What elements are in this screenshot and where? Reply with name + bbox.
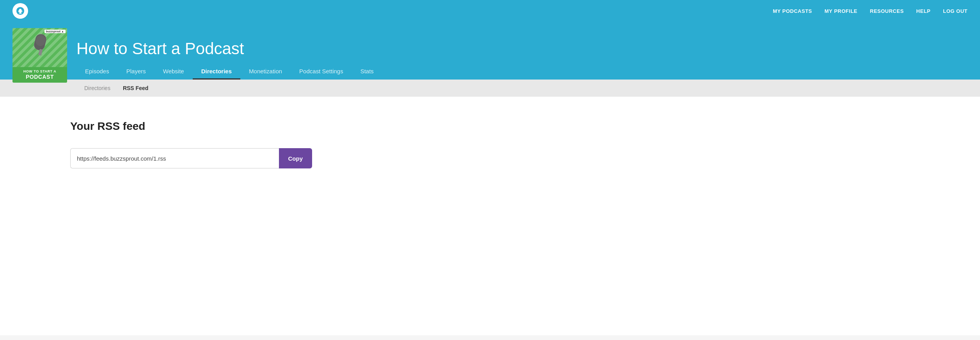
artwork-label: HOW TO START A PODCAST — [12, 67, 67, 83]
section-title: Your RSS feed — [70, 120, 910, 133]
tab-podcast-settings[interactable]: Podcast Settings — [291, 64, 352, 80]
tabs-row: Episodes Players Website Directories Mon… — [76, 64, 968, 80]
sub-nav: Directories RSS Feed — [0, 80, 980, 97]
tab-directories[interactable]: Directories — [193, 64, 240, 80]
mic-icon — [26, 32, 53, 65]
logo-icon[interactable] — [12, 3, 28, 19]
main-content: Your RSS feed Copy — [0, 97, 980, 335]
podcast-artwork: HOW TO START A PODCAST buzzsprout ▲ — [12, 28, 67, 83]
buzzsprout-badge: buzzsprout ▲ — [44, 30, 66, 33]
podcast-title: How to Start a Podcast — [76, 40, 968, 58]
svg-point-1 — [19, 9, 21, 12]
nav-my-podcasts[interactable]: MY PODCASTS — [773, 8, 812, 14]
tab-episodes[interactable]: Episodes — [76, 64, 118, 80]
rss-feed-row: Copy — [70, 148, 312, 168]
rss-url-input[interactable] — [70, 148, 279, 168]
copy-button[interactable]: Copy — [279, 148, 312, 168]
subnav-directories[interactable]: Directories — [78, 80, 117, 96]
tab-website[interactable]: Website — [154, 64, 193, 80]
tab-monetization[interactable]: Monetization — [240, 64, 291, 80]
nav-help[interactable]: HELP — [916, 8, 931, 14]
header-section: HOW TO START A PODCAST buzzsprout ▲ How … — [0, 22, 980, 80]
nav-links: MY PODCASTS MY PROFILE RESOURCES HELP LO… — [773, 8, 968, 14]
svg-rect-3 — [19, 13, 21, 14]
artwork-podcast-text: PODCAST — [14, 74, 66, 80]
nav-my-profile[interactable]: MY PROFILE — [825, 8, 858, 14]
artwork-how-text: HOW TO START A — [14, 69, 66, 74]
tab-players[interactable]: Players — [118, 64, 154, 80]
top-nav: MY PODCASTS MY PROFILE RESOURCES HELP LO… — [0, 0, 980, 22]
nav-resources[interactable]: RESOURCES — [870, 8, 904, 14]
subnav-rss-feed[interactable]: RSS Feed — [117, 80, 154, 96]
header-content: How to Start a Podcast Episodes Players … — [76, 40, 968, 80]
tab-stats[interactable]: Stats — [352, 64, 382, 80]
nav-log-out[interactable]: LOG OUT — [943, 8, 968, 14]
